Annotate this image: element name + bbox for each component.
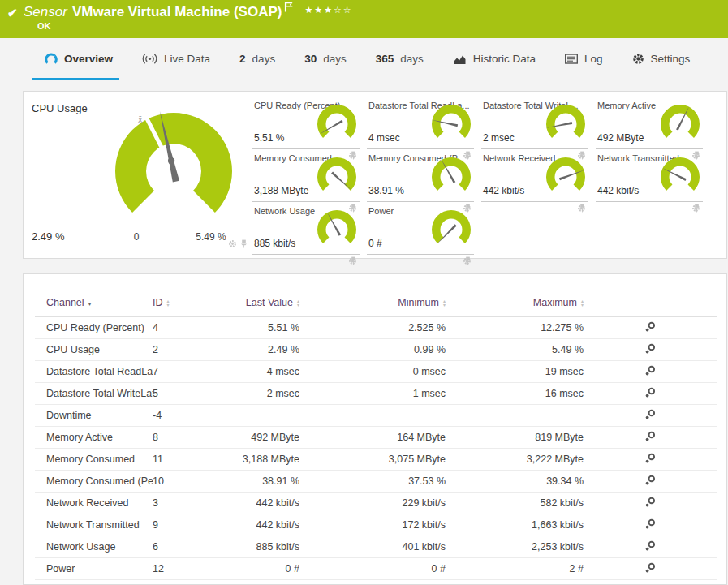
channel-cell[interactable]: Network Usage [35, 536, 153, 558]
channel-cell[interactable]: Datastore Total ReadLate... [35, 361, 153, 383]
actions-cell [584, 536, 717, 558]
column-header-channel[interactable]: Channel▾ [35, 282, 153, 317]
sort-desc-icon: ▾ [88, 300, 92, 308]
mini-gauge-power[interactable]: Power0 # [367, 204, 474, 255]
mini-gauge-grid: CPU Ready (Percent)5.51 %Datastore Total… [252, 98, 703, 255]
mini-gauge-cpu-ready-percent[interactable]: CPU Ready (Percent)5.51 % [252, 98, 360, 149]
mini-gauge-network-usage[interactable]: Network Usage885 kbit/s [252, 204, 360, 255]
channel-cell[interactable]: Memory Consumed (Per... [35, 471, 153, 493]
actions-cell [584, 361, 717, 383]
channel-cell[interactable]: Network Transmitted [35, 514, 153, 536]
tab-365-days[interactable]: 365days [376, 38, 424, 80]
column-header-id[interactable]: ID▴▾ [153, 282, 209, 317]
channel-settings-icon[interactable] [644, 540, 656, 554]
mini-gauge-memory-consumed[interactable]: Memory Consumed3,188 MByte [252, 151, 360, 202]
tab-30-days[interactable]: 30days [304, 38, 347, 80]
channel-cell[interactable]: Memory Consumed [35, 449, 153, 471]
column-header-maximum[interactable]: Maximum▴▾ [446, 282, 584, 317]
gauge-gear-icon[interactable] [228, 237, 237, 252]
table-row-memory-active: Memory Active8492 MByte164 MByte819 MByt… [35, 427, 717, 449]
channel-settings-icon[interactable] [644, 562, 656, 576]
max-cell: 5.49 % [446, 339, 584, 361]
channels-table: Channel▾ID▴▾Last Value▴▾Minimum▴▾Maximum… [35, 282, 717, 580]
primary-gauge-value: 2.49 % [32, 230, 64, 243]
max-cell: 1,663 kbit/s [446, 514, 584, 536]
flag-icon[interactable] [284, 0, 293, 16]
channel-settings-icon[interactable] [644, 387, 656, 401]
mini-gauge-title: Network Usage [254, 206, 315, 216]
mini-gauge-network-transmitted[interactable]: Network Transmitted442 kbit/s [596, 151, 703, 202]
last-cell: 492 MByte [209, 427, 299, 449]
id-cell: 8 [153, 427, 209, 449]
actions-cell [584, 449, 717, 471]
mini-gauge-dial [658, 157, 702, 197]
id-cell: 2 [153, 339, 209, 361]
column-header-actions [584, 282, 717, 317]
table-row-cpu-ready-percent: CPU Ready (Percent)45.51 %2.525 %12.275 … [35, 317, 717, 339]
channel-cell[interactable]: CPU Ready (Percent) [35, 317, 153, 339]
last-cell: 2 msec [209, 383, 299, 405]
primary-gauge-tile[interactable]: CPU Usage x̄ 2.49 % 0 5.49 % [24, 92, 267, 258]
min-cell: 0 # [299, 558, 446, 580]
mini-gauge-memory-consumed-p[interactable]: Memory Consumed (P...38.91 % [367, 151, 474, 202]
gauges-panel: CPU Usage x̄ 2.49 % 0 5.49 % CPU Ready (… [23, 91, 727, 259]
min-cell: 3,075 MByte [299, 449, 446, 471]
channel-settings-icon[interactable] [644, 365, 656, 379]
tab-overview[interactable]: Overview [45, 38, 113, 80]
channel-settings-icon[interactable] [644, 497, 656, 510]
channel-settings-icon[interactable] [644, 475, 656, 488]
channel-cell[interactable]: Datastore Total WriteLate... [35, 383, 153, 405]
max-cell: 39.34 % [446, 471, 584, 493]
tab-label: Log [584, 53, 603, 65]
tab-settings[interactable]: Settings [632, 38, 691, 80]
mini-gauge-datastore-total-writel[interactable]: Datastore Total WriteL...2 msec [481, 98, 588, 149]
channels-panel: Channel▾ID▴▾Last Value▴▾Minimum▴▾Maximum… [23, 273, 727, 585]
actions-cell [584, 383, 717, 405]
channel-settings-icon[interactable] [644, 518, 656, 532]
channel-cell[interactable]: Memory Active [35, 427, 153, 449]
table-row-memory-consumed: Memory Consumed113,188 MByte3,075 MByte3… [35, 449, 717, 471]
mini-gauge-network-received[interactable]: Network Received442 kbit/s [481, 151, 588, 202]
channel-settings-icon[interactable] [644, 431, 656, 445]
actions-cell [584, 427, 717, 449]
status-ok-check-icon: ✔ [7, 6, 18, 20]
sort-icon: ▴▾ [581, 299, 584, 308]
table-row-datastore-total-readlate: Datastore Total ReadLate...74 msec0 msec… [35, 361, 717, 383]
channel-cell[interactable]: Network Received [35, 493, 153, 514]
channel-cell[interactable]: CPU Usage [35, 339, 153, 361]
tab-2-days[interactable]: 2days [239, 38, 275, 80]
table-row-downtime: Downtime-4 [35, 405, 717, 427]
mini-gauge-dial [544, 157, 588, 197]
actions-cell [584, 405, 717, 427]
id-cell: 7 [153, 361, 209, 383]
sensor-kind-label: Sensor [24, 4, 67, 20]
tab-historic-data[interactable]: Historic Data [453, 38, 536, 80]
channel-cell[interactable]: Downtime [35, 405, 153, 427]
column-header-label: ID [153, 297, 163, 308]
channel-settings-icon[interactable] [644, 409, 656, 423]
column-header-minimum[interactable]: Minimum▴▾ [299, 282, 446, 317]
table-row-memory-consumed-per: Memory Consumed (Per...1038.91 %37.53 %3… [35, 471, 717, 493]
min-cell: 0 msec [299, 361, 446, 383]
tab-log[interactable]: Log [565, 38, 603, 80]
mini-gauge-value: 3,188 MByte [254, 185, 308, 196]
channel-settings-icon[interactable] [644, 453, 656, 467]
mini-gauge-datastore-total-readla[interactable]: Datastore Total ReadLa...4 msec [367, 98, 474, 149]
last-cell: 5.51 % [209, 317, 299, 339]
channel-settings-icon[interactable] [644, 343, 656, 357]
channel-settings-icon[interactable] [644, 321, 656, 335]
gauge-pin-icon[interactable] [240, 237, 248, 252]
tab-live-data[interactable]: Live Data [142, 38, 210, 80]
id-cell: 5 [153, 383, 209, 405]
mini-gauge-memory-active[interactable]: Memory Active492 MByte [596, 98, 703, 149]
min-cell [299, 405, 446, 427]
sort-icon: ▴▾ [297, 299, 299, 308]
actions-cell [584, 514, 717, 536]
column-header-last-value[interactable]: Last Value▴▾ [209, 282, 299, 317]
mini-gauge-dial [315, 104, 359, 144]
mini-gauge-value: 2 msec [483, 132, 515, 144]
priority-stars[interactable]: ★★★☆☆ [304, 2, 352, 18]
channel-cell[interactable]: Power [35, 558, 153, 580]
mini-gauge-value: 442 kbit/s [483, 185, 524, 196]
historic-chart-icon [453, 54, 467, 65]
